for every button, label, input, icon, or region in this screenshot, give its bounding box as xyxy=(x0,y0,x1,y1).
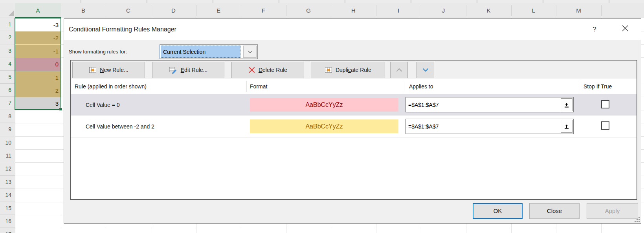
row-header-5[interactable]: 5 xyxy=(0,71,15,84)
column-header-separator xyxy=(601,5,602,16)
column-header-d[interactable]: D xyxy=(151,3,196,18)
top-strip-tick xyxy=(213,0,213,3)
delete-x-icon xyxy=(248,66,255,73)
column-header-separator xyxy=(241,5,241,16)
row-header-7[interactable]: 7 xyxy=(0,97,15,110)
column-header-b[interactable]: B xyxy=(61,3,106,18)
column-header-j[interactable]: J xyxy=(421,3,466,18)
select-all-triangle-icon xyxy=(9,10,14,16)
rule-description: Cell Value between -2 and 2 xyxy=(86,116,154,137)
column-header-k[interactable]: K xyxy=(466,3,511,18)
stop-if-true-checkbox[interactable] xyxy=(601,121,609,130)
excel-screen: ABCDEFGHIJKLM1234567891011121314151617-3… xyxy=(0,0,644,233)
top-strip-tick xyxy=(477,0,477,3)
new-rule-button[interactable]: New Rule... xyxy=(72,62,145,78)
delete-rule-button[interactable]: Delete Rule xyxy=(231,62,304,78)
column-header-l[interactable]: L xyxy=(511,3,556,18)
applies-to-field[interactable]: =$A$1:$A$7 xyxy=(405,119,574,134)
gridline-horizontal xyxy=(15,228,644,228)
applies-to-value: =$A$1:$A$7 xyxy=(406,123,560,130)
conditional-formatting-rules-manager-dialog: Conditional Formatting Rules Manager ? S… xyxy=(64,18,641,224)
edit-rule-label: Edit Rule... xyxy=(181,67,207,73)
dialog-titlebar[interactable]: Conditional Formatting Rules Manager ? xyxy=(64,19,641,40)
column-header-separator xyxy=(466,5,466,16)
header-separator xyxy=(581,81,581,92)
applies-to-field[interactable]: =$A$1:$A$7 xyxy=(405,97,574,112)
collapse-dialog-button[interactable] xyxy=(561,120,572,133)
column-header-a[interactable]: A xyxy=(15,3,61,18)
move-rule-up-button[interactable] xyxy=(390,62,408,78)
show-rules-dropdown[interactable]: Current Selection xyxy=(160,44,258,59)
column-header-applies-to: Applies to xyxy=(409,79,433,94)
top-strip-tick xyxy=(147,0,147,3)
row-header-15[interactable]: 15 xyxy=(0,202,15,215)
dialog-title: Conditional Formatting Rules Manager xyxy=(69,19,176,40)
top-strip-tick xyxy=(345,0,345,3)
delete-rule-label: Delete Rule xyxy=(259,67,287,73)
apply-button-disabled: Apply xyxy=(587,203,638,219)
collapse-dialog-button[interactable] xyxy=(561,98,572,111)
dropdown-chevron-button[interactable] xyxy=(243,46,257,58)
edit-rule-button[interactable]: Edit Rule... xyxy=(152,62,224,78)
row-header-13[interactable]: 13 xyxy=(0,176,15,189)
selection-fill-handle[interactable] xyxy=(59,108,62,111)
column-header-separator xyxy=(376,5,376,16)
rule-row[interactable]: Cell Value between -2 and 2 AaBbCcYyZz =… xyxy=(71,116,637,138)
chevron-down-icon xyxy=(248,50,253,53)
format-preview: AaBbCcYyZz xyxy=(250,98,398,112)
show-rules-label: Show formatting rules for: xyxy=(69,44,127,59)
column-header-i[interactable]: I xyxy=(376,3,421,18)
row-header-9[interactable]: 9 xyxy=(0,123,15,136)
column-header-e[interactable]: E xyxy=(196,3,241,18)
duplicate-rule-button[interactable]: Duplicate Rule xyxy=(311,62,385,78)
new-rule-label: New Rule... xyxy=(100,67,128,73)
formula-bar-edge xyxy=(0,0,644,3)
help-icon[interactable]: ? xyxy=(589,24,600,35)
new-rule-grid-icon xyxy=(89,66,97,74)
resize-grip[interactable] xyxy=(635,217,640,222)
column-header-separator xyxy=(61,5,61,16)
edit-rule-icon xyxy=(169,66,178,74)
applies-to-value: =$A$1:$A$7 xyxy=(406,102,560,108)
column-header-format: Format xyxy=(250,79,267,94)
stop-if-true-checkbox[interactable] xyxy=(601,100,609,108)
row-header-16[interactable]: 16 xyxy=(0,215,15,228)
show-rules-selected-value: Current Selection xyxy=(161,46,240,58)
row-header-10[interactable]: 10 xyxy=(0,136,15,149)
rule-description: Cell Value = 0 xyxy=(86,94,120,116)
row-header-11[interactable]: 11 xyxy=(0,149,15,162)
row-header-12[interactable]: 12 xyxy=(0,162,15,175)
column-header-separator xyxy=(556,5,556,16)
top-strip-tick xyxy=(411,0,411,3)
top-strip-tick xyxy=(543,0,543,3)
chevron-up-icon xyxy=(396,68,402,72)
rule-row-selected[interactable]: Cell Value = 0 AaBbCcYyZz =$A$1:$A$7 xyxy=(71,94,637,116)
row-header-6[interactable]: 6 xyxy=(0,84,15,97)
move-rule-down-button[interactable] xyxy=(416,62,434,78)
column-header-m[interactable]: M xyxy=(556,3,601,18)
ok-button[interactable]: OK xyxy=(473,203,523,219)
column-header-stop-if-true: Stop If True xyxy=(583,79,612,94)
format-preview: AaBbCcYyZz xyxy=(250,119,398,133)
row-header-1[interactable]: 1 xyxy=(0,18,15,31)
column-header-separator xyxy=(106,5,106,16)
row-header-14[interactable]: 14 xyxy=(0,189,15,202)
row-header-8[interactable]: 8 xyxy=(0,110,15,123)
row-header-3[interactable]: 3 xyxy=(0,44,15,57)
close-button[interactable]: Close xyxy=(529,203,580,219)
column-header-c[interactable]: C xyxy=(106,3,151,18)
column-header-separator xyxy=(511,5,512,16)
row-header-4[interactable]: 4 xyxy=(0,57,15,70)
top-strip-tick xyxy=(81,0,81,3)
column-header-h[interactable]: H xyxy=(331,3,376,18)
column-header-f[interactable]: F xyxy=(241,3,286,18)
close-icon[interactable] xyxy=(620,24,631,35)
combo-gap xyxy=(241,45,242,59)
top-strip-tick xyxy=(609,0,609,3)
top-strip-tick xyxy=(279,0,279,3)
header-separator xyxy=(246,81,247,92)
row-header-2[interactable]: 2 xyxy=(0,31,15,44)
collapse-range-icon xyxy=(563,102,570,108)
column-header-g[interactable]: G xyxy=(286,3,331,18)
row-header-17[interactable]: 17 xyxy=(0,228,15,233)
